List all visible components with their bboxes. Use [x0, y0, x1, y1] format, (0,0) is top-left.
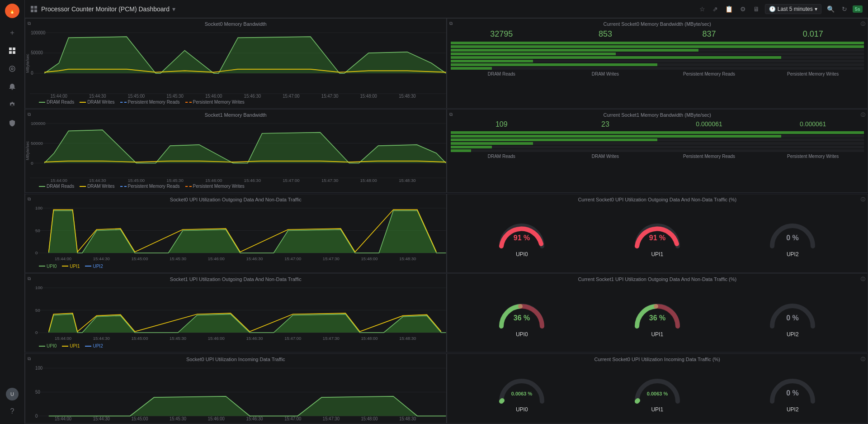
panel-info-icon3[interactable]: ⓘ: [861, 196, 865, 203]
bar-row-0: [451, 42, 864, 44]
sidebar-item-dashboard[interactable]: [3, 43, 21, 59]
svg-text:15:46:30: 15:46:30: [246, 336, 263, 341]
svg-text:50: 50: [35, 308, 40, 313]
svg-point-6: [9, 66, 15, 71]
current-socket0-bw-title: Current Socket0 Memory Bandwidth (MByte/…: [447, 19, 868, 28]
topbar: Processor Counter Monitor (PCM) Dashboar…: [25, 0, 868, 18]
socket0-upi-in-panel: ⧉ Socket0 UPI Utilization Incoming Data …: [25, 353, 447, 424]
svg-text:15:46:00: 15:46:00: [208, 336, 225, 341]
svg-text:15:47:30: 15:47:30: [321, 178, 339, 183]
legend-dram-reads-color: [39, 102, 45, 103]
gauge-socket1-upi2: 0 % UPI2: [765, 292, 820, 338]
svg-text:36 %: 36 %: [514, 314, 530, 322]
panel-link-icon[interactable]: ⧉: [28, 21, 31, 26]
svg-text:15:44:30: 15:44:30: [93, 416, 110, 421]
refresh-badge[interactable]: 5s: [853, 5, 863, 13]
cv-s1-label-0: DRAM Reads: [451, 154, 553, 159]
svg-text:0 %: 0 %: [786, 314, 799, 322]
cv-s1-val-0: 109: [495, 120, 508, 129]
sidebar-item-shield[interactable]: [3, 115, 21, 131]
svg-text:15:48:30: 15:48:30: [399, 256, 416, 261]
panel-link-icon9[interactable]: ⧉: [28, 356, 31, 362]
sidebar-item-config[interactable]: [3, 97, 21, 113]
panel-link-icon5[interactable]: ⧉: [28, 196, 31, 202]
svg-text:0 %: 0 %: [786, 234, 799, 242]
panel-info-icon5[interactable]: ⓘ: [861, 356, 865, 362]
svg-text:15:45:30: 15:45:30: [166, 94, 184, 99]
sidebar-item-alerting[interactable]: [3, 79, 21, 95]
settings-icon[interactable]: ⚙: [738, 4, 748, 14]
svg-marker-105: [49, 396, 446, 415]
svg-text:15:47:00: 15:47:00: [284, 416, 301, 421]
socket1-upi-out-panel: ⧉ Socket1 UPI Utilization Outgoing Data …: [25, 273, 447, 353]
gauge-socket1-upi0-label: UPI0: [516, 331, 528, 338]
refresh-icon[interactable]: ↻: [840, 4, 849, 14]
current-socket0-upi-in-panel: ⓘ Current Socket0 UPI Utilization Incomi…: [447, 353, 868, 424]
svg-text:15:48:30: 15:48:30: [399, 336, 416, 341]
bar-fill-5: [451, 60, 533, 62]
svg-text:15:44:00: 15:44:00: [55, 336, 72, 341]
gauge-socket0-in-upi2-label: UPI2: [787, 406, 799, 413]
legend-s1-dram-reads: DRAM Reads: [39, 184, 74, 189]
sidebar-item-plus[interactable]: ＋: [3, 24, 21, 41]
search-icon[interactable]: 🔍: [825, 4, 836, 14]
cv-s1-val-3: 0.000061: [800, 120, 826, 128]
user-avatar[interactable]: U: [6, 388, 19, 400]
socket0-bw-ylabel: MByte/sec: [25, 28, 30, 99]
cv-socket0-dram-writes: 853: [554, 29, 656, 39]
gauge-socket0-in-upi2: 0 % UPI2: [765, 367, 820, 413]
cv-s1-label-1: DRAM Writes: [554, 154, 656, 159]
gauge-socket0-upi0-svg: 91 %: [495, 212, 549, 248]
clipboard-icon[interactable]: 📋: [723, 4, 735, 14]
svg-rect-5: [13, 51, 15, 54]
socket1-upi-gauges: 36 % UPI0 36 % UPI1: [447, 283, 868, 347]
cv-s1-pmem-reads: 0.000061: [658, 120, 760, 129]
panel-link-icon3[interactable]: ⧉: [28, 112, 31, 117]
svg-text:15:47:30: 15:47:30: [323, 416, 340, 421]
current-socket0-values-row: 32795 853 837 0.017: [447, 28, 868, 41]
bar-fill-0: [451, 42, 864, 44]
svg-rect-2: [9, 48, 12, 50]
panel-info-icon[interactable]: ⓘ: [861, 21, 865, 27]
svg-text:15:44:00: 15:44:00: [55, 416, 71, 421]
gauge-socket0-in-upi2-svg: 0 %: [765, 367, 820, 404]
current-socket1-upi-out-panel: ⓘ Current Socket1 UPI Utilization Outgoi…: [447, 273, 868, 353]
svg-text:0.0063 %: 0.0063 %: [511, 391, 533, 396]
dashboard-grid: ⧉ Socket0 Memory Bandwidth MByte/sec 100: [25, 18, 868, 424]
panel-link-icon7[interactable]: ⧉: [28, 276, 31, 281]
bar-fill-6: [451, 63, 657, 66]
gauge-socket0-in-upi1-label: UPI1: [651, 406, 663, 413]
svg-text:15:44:30: 15:44:30: [89, 178, 106, 183]
panel-link-icon4[interactable]: ⧉: [449, 112, 453, 117]
share-icon[interactable]: ⇗: [711, 4, 720, 14]
legend-pmem-reads-color: [120, 102, 127, 103]
socket1-bw-chart: 100000 50000 0 15:44:00 15:44:30 15:45:0…: [30, 119, 446, 183]
legend-pmem-writes-label: Persistent Memory Writes: [193, 100, 245, 105]
svg-text:15:45:30: 15:45:30: [166, 178, 184, 183]
cv-val-3: 0.017: [803, 29, 823, 39]
gauge-socket0-in-upi0-label: UPI0: [516, 406, 528, 413]
gauge-socket0-in-upi1-svg: 0.0063 %: [630, 367, 684, 404]
sidebar-item-help[interactable]: ?: [3, 403, 21, 419]
panel-info-icon4[interactable]: ⓘ: [861, 276, 865, 282]
gauge-socket0-in-upi1: 0.0063 % UPI1: [630, 367, 684, 413]
svg-text:15:45:30: 15:45:30: [170, 416, 186, 421]
title-dropdown-icon[interactable]: ▾: [172, 5, 175, 13]
time-range-picker[interactable]: 🕐 Last 5 minutes ▾: [765, 4, 821, 14]
panel-link-icon2[interactable]: ⧉: [449, 21, 453, 26]
gauge-socket1-upi0-wrapper: 36 %: [495, 292, 549, 329]
time-dropdown-icon: ▾: [815, 6, 817, 12]
monitor-icon[interactable]: 🖥: [751, 4, 761, 14]
sidebar-item-explore[interactable]: [3, 61, 21, 77]
svg-text:15:48:00: 15:48:00: [360, 178, 377, 183]
svg-text:15:45:00: 15:45:00: [128, 94, 145, 99]
star-icon[interactable]: ☆: [698, 4, 707, 14]
legend-s1-pmem-writes: Persistent Memory Writes: [185, 184, 245, 189]
bar-row-1: [451, 45, 864, 48]
svg-text:15:46:00: 15:46:00: [205, 178, 222, 183]
panel-info-icon2[interactable]: ⓘ: [861, 112, 865, 118]
gauge-socket1-upi2-label: UPI2: [787, 331, 799, 338]
socket1-bw-title: Socket1 Memory Bandwidth: [25, 110, 446, 119]
svg-text:100: 100: [35, 205, 42, 210]
svg-marker-30: [44, 37, 446, 73]
